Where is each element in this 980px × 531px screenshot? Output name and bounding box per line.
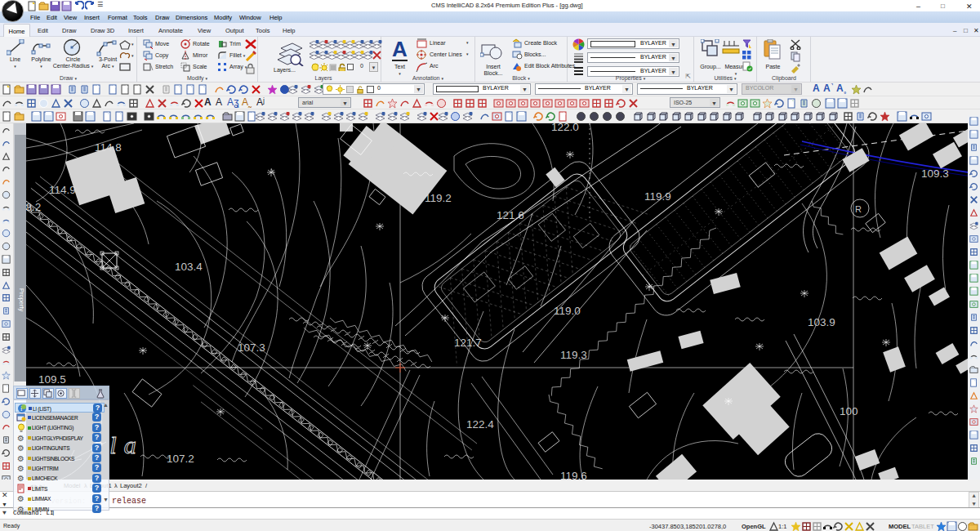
- svg-text:103.4: 103.4: [175, 261, 203, 273]
- svg-text:100: 100: [840, 405, 858, 417]
- svg-text:119.9: 119.9: [644, 190, 671, 203]
- svg-text:119.0: 119.0: [554, 305, 581, 317]
- svg-text:107.3: 107.3: [238, 341, 265, 354]
- svg-text:119.6: 119.6: [560, 470, 587, 480]
- svg-text:107.2: 107.2: [167, 453, 194, 465]
- svg-text:114.8: 114.8: [95, 141, 122, 154]
- svg-text:98.2: 98.2: [26, 201, 41, 213]
- svg-text:121.6: 121.6: [497, 209, 524, 221]
- svg-text:114.9: 114.9: [49, 184, 76, 196]
- svg-text:119.2: 119.2: [425, 192, 452, 204]
- svg-text:122.4: 122.4: [466, 418, 494, 431]
- svg-text:109.3: 109.3: [921, 167, 949, 180]
- svg-text:119.3: 119.3: [560, 349, 587, 361]
- svg-text:103.9: 103.9: [808, 316, 835, 328]
- svg-text:121.7: 121.7: [454, 337, 482, 349]
- svg-text:R: R: [855, 204, 862, 214]
- svg-text:122.0: 122.0: [551, 123, 579, 133]
- svg-text:109.5: 109.5: [38, 373, 66, 386]
